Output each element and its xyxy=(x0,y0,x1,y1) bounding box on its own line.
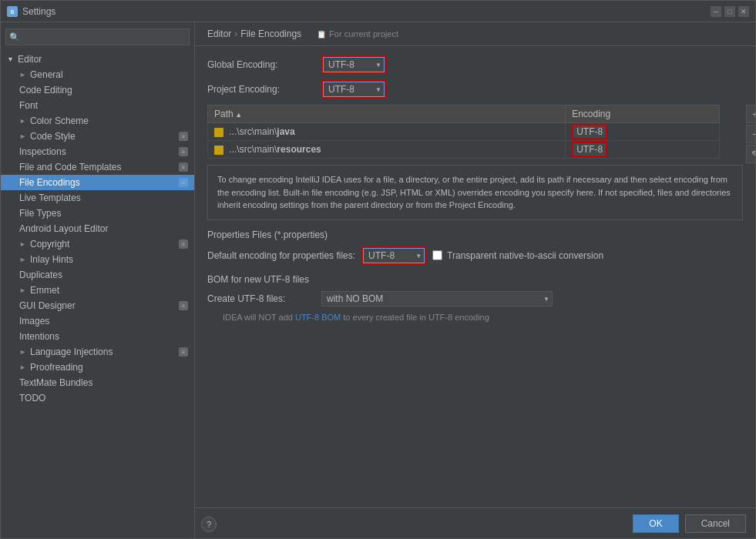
sidebar-item-inlay-hints[interactable]: ► Inlay Hints xyxy=(1,252,194,267)
sidebar-item-general[interactable]: ► General xyxy=(1,67,194,82)
sidebar-item-android-layout[interactable]: Android Layout Editor xyxy=(1,221,194,236)
sidebar-item-language-injections[interactable]: ► Language Injections ≡ xyxy=(1,344,194,360)
create-utf8-select[interactable]: with NO BOM with BOM xyxy=(321,291,553,306)
table-action-buttons: + − ✎ xyxy=(746,105,755,163)
sidebar-item-images[interactable]: Images xyxy=(1,313,194,329)
sidebar-label-file-encodings: File Encodings xyxy=(19,177,80,188)
badge-icon: ≡ xyxy=(179,301,188,310)
arrow-icon: ► xyxy=(19,348,27,356)
arrow-icon: ► xyxy=(19,71,27,79)
close-button[interactable]: ✕ xyxy=(738,6,749,17)
default-encoding-dropdown-wrapper[interactable]: UTF-8 xyxy=(361,246,426,265)
ok-button[interactable]: OK xyxy=(633,514,678,533)
maximize-button[interactable]: □ xyxy=(724,6,735,17)
edit-path-button[interactable]: ✎ xyxy=(746,145,755,163)
transparent-checkbox[interactable] xyxy=(432,250,442,260)
svg-text:S: S xyxy=(10,8,15,15)
badge-icon: ≡ xyxy=(179,347,188,357)
sidebar-label-duplicates: Duplicates xyxy=(19,270,62,280)
sidebar-item-copyright[interactable]: ► Copyright ≡ xyxy=(1,236,194,252)
create-utf8-dropdown-wrapper[interactable]: with NO BOM with BOM xyxy=(321,291,553,306)
cancel-button[interactable]: Cancel xyxy=(685,514,746,533)
sidebar-item-editor[interactable]: ▼ Editor xyxy=(1,52,194,67)
path-table-container: Path Encoding ...\src\main\java xyxy=(207,105,743,159)
settings-window: S Settings ─ □ ✕ 🔍 ▼ Editor ► General xyxy=(0,0,756,539)
sidebar-item-code-editing[interactable]: Code Editing xyxy=(1,82,194,98)
help-button[interactable]: ? xyxy=(201,517,217,532)
sidebar-item-proofreading[interactable]: ► Proofreading xyxy=(1,360,194,375)
bom-section-title: BOM for new UTF-8 files xyxy=(207,274,743,285)
table-row[interactable]: ...\src\main\resources UTF-8 xyxy=(208,141,720,159)
sidebar-label-file-types: File Types xyxy=(19,208,61,219)
project-encoding-select[interactable]: UTF-8 xyxy=(323,82,385,97)
sidebar-label-proofreading: Proofreading xyxy=(30,362,83,373)
sidebar-item-todo[interactable]: TODO xyxy=(1,390,194,406)
arrow-icon: ► xyxy=(19,132,27,140)
add-path-button[interactable]: + xyxy=(746,105,755,123)
app-icon: S xyxy=(7,6,18,17)
sidebar-item-file-code-templates[interactable]: File and Code Templates ≡ xyxy=(1,159,194,175)
arrow-icon: ► xyxy=(19,256,27,263)
badge-icon: ≡ xyxy=(179,178,188,187)
table-row[interactable]: ...\src\main\java UTF-8 xyxy=(208,123,720,141)
create-utf8-row: Create UTF-8 files: with NO BOM with BOM xyxy=(207,291,743,306)
default-encoding-label: Default encoding for properties files: xyxy=(207,250,355,261)
transparent-label: Transparent native-to-ascii conversion xyxy=(447,250,603,261)
create-utf8-label: Create UTF-8 files: xyxy=(207,293,315,304)
properties-section-title: Properties Files (*.properties) xyxy=(207,229,743,240)
arrow-icon: ▼ xyxy=(7,55,15,63)
window-title: Settings xyxy=(22,6,55,17)
search-box[interactable]: 🔍 xyxy=(5,28,190,45)
sidebar-item-file-encodings[interactable]: File Encodings ≡ xyxy=(1,175,194,190)
badge-icon: ≡ xyxy=(179,239,188,249)
default-encoding-select[interactable]: UTF-8 xyxy=(363,248,425,263)
minimize-button[interactable]: ─ xyxy=(711,6,721,17)
sidebar-label-intentions: Intentions xyxy=(19,331,59,342)
sidebar-item-duplicates[interactable]: Duplicates xyxy=(1,267,194,283)
sidebar-label-file-code-templates: File and Code Templates xyxy=(19,162,122,172)
content-area: 🔍 ▼ Editor ► General Code Editing Font ►… xyxy=(1,22,755,538)
sidebar-item-textmate[interactable]: TextMate Bundles xyxy=(1,375,194,390)
sidebar-item-intentions[interactable]: Intentions xyxy=(1,329,194,344)
sidebar-label-color-scheme: Color Scheme xyxy=(30,116,89,126)
title-bar: S Settings ─ □ ✕ xyxy=(1,1,755,22)
badge-icon: ≡ xyxy=(179,162,188,172)
sidebar-label-android-layout: Android Layout Editor xyxy=(19,223,108,234)
breadcrumb-separator: › xyxy=(234,28,237,39)
sidebar-item-font[interactable]: Font xyxy=(1,98,194,113)
sidebar-label-emmet: Emmet xyxy=(30,285,59,296)
global-encoding-dropdown-wrapper[interactable]: UTF-8 xyxy=(321,55,386,74)
project-encoding-dropdown-wrapper[interactable]: UTF-8 xyxy=(321,80,386,99)
arrow-icon: ► xyxy=(19,363,27,371)
sidebar-item-emmet[interactable]: ► Emmet xyxy=(1,283,194,298)
window-controls: ─ □ ✕ xyxy=(711,6,749,17)
remove-path-button[interactable]: − xyxy=(746,125,755,143)
arrow-icon: ► xyxy=(19,286,27,294)
sidebar-item-color-scheme[interactable]: ► Color Scheme xyxy=(1,113,194,129)
sidebar-item-gui-designer[interactable]: GUI Designer ≡ xyxy=(1,298,194,313)
sidebar-label-copyright: Copyright xyxy=(30,239,69,249)
bom-info-link[interactable]: UTF-8 BOM xyxy=(295,313,341,322)
table-cell-encoding: UTF-8 xyxy=(566,123,720,141)
path-bold: resources xyxy=(277,144,321,155)
col-path[interactable]: Path xyxy=(208,105,566,123)
sidebar-item-inspections[interactable]: Inspections ≡ xyxy=(1,144,194,159)
bom-info: IDEA will NOT add UTF-8 BOM to every cre… xyxy=(207,313,743,322)
sidebar-item-live-templates[interactable]: Live Templates xyxy=(1,190,194,206)
global-encoding-select[interactable]: UTF-8 xyxy=(323,57,385,72)
table-cell-path: ...\src\main\resources xyxy=(208,141,566,159)
for-project-label: For current project xyxy=(329,29,398,38)
default-encoding-row: Default encoding for properties files: U… xyxy=(207,246,743,265)
sidebar-item-file-types[interactable]: File Types xyxy=(1,206,194,221)
sidebar-item-code-style[interactable]: ► Code Style ≡ xyxy=(1,129,194,144)
path-prefix: ...\src\main\ xyxy=(229,144,277,155)
bom-info-suffix: to every created file in UTF-8 encoding xyxy=(341,313,489,322)
sidebar-label-code-style: Code Style xyxy=(30,131,76,142)
search-input[interactable] xyxy=(5,28,190,45)
folder-icon xyxy=(214,146,223,155)
breadcrumb: Editor › File Encodings xyxy=(207,28,301,39)
path-prefix: ...\src\main\ xyxy=(229,126,277,137)
window-bottom: OK Cancel ? xyxy=(195,507,755,538)
search-icon: 🔍 xyxy=(9,32,20,42)
sidebar-label-font: Font xyxy=(19,100,38,111)
